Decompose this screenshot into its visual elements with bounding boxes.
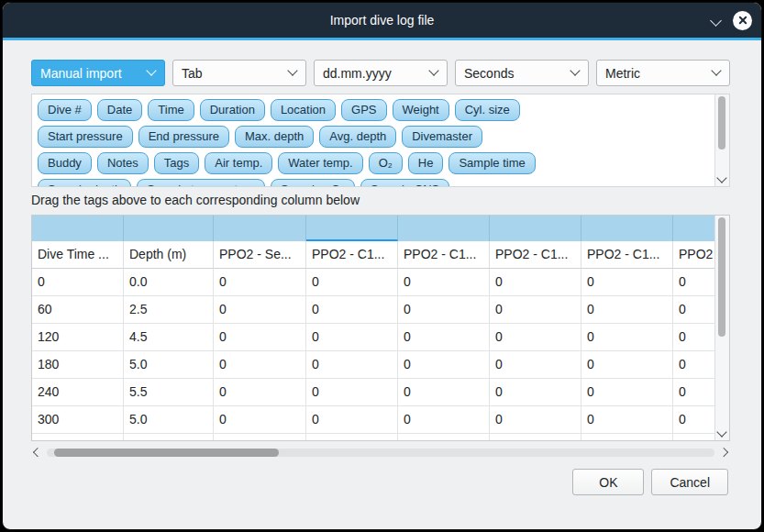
table-cell: 0 xyxy=(673,296,715,324)
table-cell: 0 xyxy=(32,269,124,296)
cancel-button[interactable]: Cancel xyxy=(651,469,728,495)
field-separator-select[interactable]: Tab xyxy=(172,60,306,86)
table-cell: 0 xyxy=(214,351,306,379)
table-cell: 0 xyxy=(306,379,398,406)
table-cell: 0.0 xyxy=(124,269,214,296)
column-tag[interactable]: O₂ xyxy=(369,152,403,174)
scrollbar-thumb[interactable] xyxy=(718,217,725,337)
table-body: 00.0000000602.50000001204.50000001805.00… xyxy=(32,269,715,440)
tag-row: BuddyNotesTagsAir temp.Water temp.O₂HeSa… xyxy=(38,152,714,174)
table-cell: 5.0 xyxy=(124,351,214,379)
table-cell: 60 xyxy=(32,296,124,324)
table-cell: 180 xyxy=(32,351,124,379)
dropzone-cell[interactable] xyxy=(490,216,581,241)
table-cell: 4.5 xyxy=(124,324,214,351)
time-format-value: Seconds xyxy=(464,66,514,81)
table-horizontal-scrollbar[interactable] xyxy=(31,445,730,460)
table-cell: 0 xyxy=(581,296,673,324)
scroll-down-arrow-icon[interactable] xyxy=(718,174,726,183)
table-cell: 0 xyxy=(673,269,715,296)
table-cell: 0 xyxy=(214,296,306,324)
table-cell: 0 xyxy=(581,406,673,434)
table-header-cell: Dive Time ... xyxy=(32,241,124,269)
column-tag[interactable]: Dive # xyxy=(38,99,92,121)
dropzone-cell[interactable] xyxy=(398,216,490,241)
column-tag[interactable]: Sample temperature xyxy=(137,179,265,186)
table-cell: 300 xyxy=(32,406,124,434)
table-row: 2405.5000000 xyxy=(32,379,715,406)
close-button[interactable] xyxy=(733,11,752,30)
column-tag[interactable]: Location xyxy=(271,99,336,121)
scroll-right-arrow-icon[interactable] xyxy=(717,446,730,459)
column-tag[interactable]: Notes xyxy=(97,152,149,174)
table-header-cell: PPO2 - C1... xyxy=(490,241,581,269)
table-header-cell: PPO2 - C1... xyxy=(306,241,398,269)
column-tag[interactable]: Sample CNS xyxy=(360,179,449,186)
column-tag[interactable]: Air temp. xyxy=(205,152,272,174)
table-cell: 0 xyxy=(673,379,715,406)
field-separator-value: Tab xyxy=(182,66,203,81)
dropzone-cell[interactable] xyxy=(306,216,398,241)
tag-pool: Dive #DateTimeDurationLocationGPSWeightC… xyxy=(31,94,730,187)
column-tag[interactable]: Start pressure xyxy=(38,126,133,148)
column-tag[interactable]: Weight xyxy=(393,99,449,121)
table-cell: 0 xyxy=(673,351,715,379)
titlebar-menu-chevron-icon[interactable] xyxy=(712,17,720,25)
tag-row: Dive #DateTimeDurationLocationGPSWeightC… xyxy=(38,99,714,121)
table-cell: 5.0 xyxy=(124,406,214,434)
table-row: 1805.0000000 xyxy=(32,351,715,379)
import-mode-select[interactable]: Manual import xyxy=(31,60,165,86)
units-select[interactable]: Metric xyxy=(596,60,730,86)
column-tag[interactable]: GPS xyxy=(341,99,386,121)
table-cell: 0 xyxy=(306,296,398,324)
import-dialog-window: Import dive log file Manual import Tab d… xyxy=(2,2,762,530)
time-format-select[interactable]: Seconds xyxy=(455,60,589,86)
dropzone-cell[interactable] xyxy=(32,216,124,241)
column-tag[interactable]: Time xyxy=(148,99,194,121)
scroll-left-arrow-icon[interactable] xyxy=(31,446,44,459)
column-tag[interactable]: Duration xyxy=(200,99,265,121)
scrollbar-thumb[interactable] xyxy=(54,449,279,457)
table-vertical-scrollbar[interactable] xyxy=(714,216,729,440)
table-row: 3005.0000000 xyxy=(32,406,715,434)
dropzone-cell[interactable] xyxy=(673,216,715,241)
table-cell: 0 xyxy=(398,351,490,379)
ok-button[interactable]: OK xyxy=(572,469,644,495)
column-tag[interactable]: Date xyxy=(97,99,142,121)
table-cell: 5.5 xyxy=(124,379,214,406)
scrollbar-thumb[interactable] xyxy=(718,96,725,150)
dropzone-cell[interactable] xyxy=(214,216,306,241)
tag-pool-scrollbar[interactable] xyxy=(714,94,729,186)
titlebar[interactable]: Import dive log file xyxy=(3,3,761,40)
column-tag[interactable]: Buddy xyxy=(38,152,92,174)
column-tag[interactable]: Cyl. size xyxy=(455,99,520,121)
table-cell xyxy=(306,434,398,440)
chevron-down-icon xyxy=(571,67,580,75)
column-tag[interactable]: Avg. depth xyxy=(319,126,396,148)
hscroll-track[interactable] xyxy=(47,449,714,457)
table-cell: 0 xyxy=(214,324,306,351)
column-tag[interactable]: Sample pO₂ xyxy=(271,179,355,186)
table-cell: 0 xyxy=(581,351,673,379)
dropzone-cell[interactable] xyxy=(124,216,214,241)
table-header-row: Dive Time ...Depth (m)PPO2 - Se...PPO2 -… xyxy=(32,241,715,269)
dropzone-cell[interactable] xyxy=(581,216,673,241)
table-cell: 0 xyxy=(306,269,398,296)
column-tag[interactable]: End pressure xyxy=(138,126,229,148)
column-tag[interactable]: Max. depth xyxy=(235,126,314,148)
column-tag[interactable]: Sample depth xyxy=(38,179,131,186)
column-tag[interactable]: Sample time xyxy=(448,152,535,174)
screen: Import dive log file Manual import Tab d… xyxy=(0,0,764,532)
preview-table: Dive Time ...Depth (m)PPO2 - Se...PPO2 -… xyxy=(31,215,730,441)
column-tag[interactable]: Tags xyxy=(154,152,199,174)
scroll-down-arrow-icon[interactable] xyxy=(718,428,726,437)
table-cell: 0 xyxy=(398,296,490,324)
date-format-value: dd.mm.yyyy xyxy=(323,66,392,81)
table-clip: Dive Time ...Depth (m)PPO2 - Se...PPO2 -… xyxy=(32,216,715,440)
table-cell: 0 xyxy=(581,269,673,296)
column-tag[interactable]: Divemaster xyxy=(402,126,482,148)
column-tag[interactable]: He xyxy=(408,152,444,174)
date-format-select[interactable]: dd.mm.yyyy xyxy=(314,60,448,86)
column-tag[interactable]: Water temp. xyxy=(278,152,362,174)
table-cell xyxy=(32,434,124,440)
